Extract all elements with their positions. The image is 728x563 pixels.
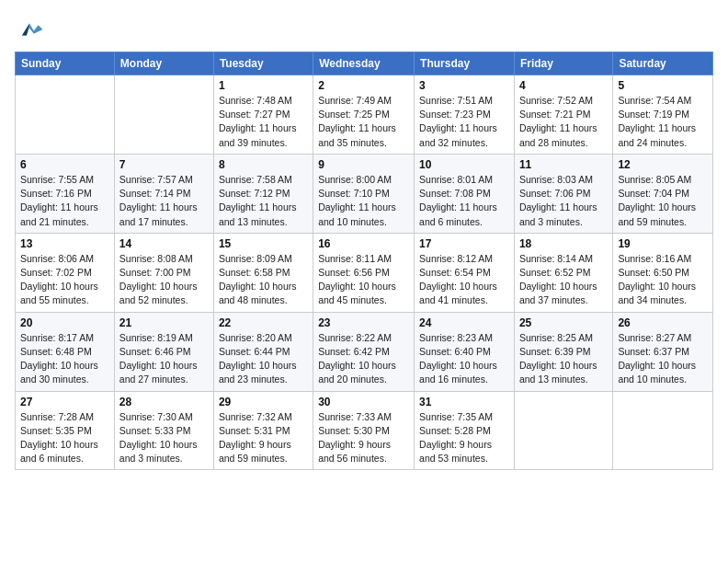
day-detail: Sunrise: 7:54 AMSunset: 7:19 PMDaylight:… <box>618 94 708 150</box>
day-detail: Sunrise: 7:52 AMSunset: 7:21 PMDaylight:… <box>519 94 608 150</box>
day-number: 12 <box>618 158 708 171</box>
day-detail: Sunrise: 8:23 AMSunset: 6:40 PMDaylight:… <box>419 331 509 387</box>
day-number: 18 <box>519 237 608 250</box>
day-detail: Sunrise: 7:30 AMSunset: 5:33 PMDaylight:… <box>119 410 209 466</box>
calendar-cell: 6Sunrise: 7:55 AMSunset: 7:16 PMDaylight… <box>16 154 115 233</box>
day-number: 22 <box>219 316 308 329</box>
day-number: 1 <box>219 79 308 92</box>
calendar-cell: 8Sunrise: 7:58 AMSunset: 7:12 PMDaylight… <box>213 154 313 233</box>
day-detail: Sunrise: 8:00 AMSunset: 7:10 PMDaylight:… <box>318 173 409 229</box>
weekday-monday: Monday <box>114 52 213 75</box>
day-number: 2 <box>318 79 409 92</box>
calendar-cell <box>613 391 713 470</box>
page: SundayMondayTuesdayWednesdayThursdayFrid… <box>0 0 728 563</box>
day-detail: Sunrise: 7:48 AMSunset: 7:27 PMDaylight:… <box>219 94 308 150</box>
day-detail: Sunrise: 8:03 AMSunset: 7:06 PMDaylight:… <box>519 173 608 229</box>
day-detail: Sunrise: 7:58 AMSunset: 7:12 PMDaylight:… <box>219 173 308 229</box>
day-number: 3 <box>419 79 509 92</box>
day-detail: Sunrise: 7:49 AMSunset: 7:25 PMDaylight:… <box>318 94 409 150</box>
day-number: 24 <box>419 316 509 329</box>
day-number: 30 <box>318 396 409 408</box>
day-detail: Sunrise: 8:19 AMSunset: 6:46 PMDaylight:… <box>119 331 209 387</box>
calendar-cell: 2Sunrise: 7:49 AMSunset: 7:25 PMDaylight… <box>313 75 415 155</box>
day-number: 19 <box>618 237 708 250</box>
calendar-cell: 12Sunrise: 8:05 AMSunset: 7:04 PMDayligh… <box>613 154 713 233</box>
calendar-cell: 7Sunrise: 7:57 AMSunset: 7:14 PMDaylight… <box>114 154 213 233</box>
week-row-1: 1Sunrise: 7:48 AMSunset: 7:27 PMDaylight… <box>16 75 713 155</box>
calendar-cell: 23Sunrise: 8:22 AMSunset: 6:42 PMDayligh… <box>313 312 415 391</box>
day-number: 15 <box>219 237 308 250</box>
day-number: 7 <box>119 158 209 171</box>
day-detail: Sunrise: 8:09 AMSunset: 6:58 PMDaylight:… <box>219 252 308 308</box>
calendar-cell: 11Sunrise: 8:03 AMSunset: 7:06 PMDayligh… <box>514 154 612 233</box>
day-number: 17 <box>419 237 509 250</box>
calendar-cell: 16Sunrise: 8:11 AMSunset: 6:56 PMDayligh… <box>313 233 415 312</box>
day-number: 28 <box>119 396 209 408</box>
day-detail: Sunrise: 8:08 AMSunset: 7:00 PMDaylight:… <box>119 252 209 308</box>
calendar-cell: 28Sunrise: 7:30 AMSunset: 5:33 PMDayligh… <box>114 391 213 470</box>
day-detail: Sunrise: 7:51 AMSunset: 7:23 PMDaylight:… <box>419 94 509 150</box>
calendar-cell: 9Sunrise: 8:00 AMSunset: 7:10 PMDaylight… <box>313 154 415 233</box>
day-number: 16 <box>318 237 409 250</box>
calendar-cell: 10Sunrise: 8:01 AMSunset: 7:08 PMDayligh… <box>415 154 515 233</box>
weekday-tuesday: Tuesday <box>213 52 313 75</box>
week-row-4: 20Sunrise: 8:17 AMSunset: 6:48 PMDayligh… <box>16 312 713 391</box>
calendar-cell: 5Sunrise: 7:54 AMSunset: 7:19 PMDaylight… <box>613 75 713 155</box>
day-detail: Sunrise: 8:14 AMSunset: 6:52 PMDaylight:… <box>519 252 608 308</box>
day-detail: Sunrise: 7:33 AMSunset: 5:30 PMDaylight:… <box>318 410 409 466</box>
calendar-cell: 22Sunrise: 8:20 AMSunset: 6:44 PMDayligh… <box>213 312 313 391</box>
calendar-cell <box>514 391 612 470</box>
day-number: 26 <box>618 316 708 329</box>
day-number: 9 <box>318 158 409 171</box>
header <box>15 15 713 44</box>
calendar-cell: 3Sunrise: 7:51 AMSunset: 7:23 PMDaylight… <box>415 75 515 155</box>
calendar-cell: 31Sunrise: 7:35 AMSunset: 5:28 PMDayligh… <box>415 391 515 470</box>
calendar-cell: 30Sunrise: 7:33 AMSunset: 5:30 PMDayligh… <box>313 391 415 470</box>
calendar-cell: 15Sunrise: 8:09 AMSunset: 6:58 PMDayligh… <box>213 233 313 312</box>
calendar-cell: 27Sunrise: 7:28 AMSunset: 5:35 PMDayligh… <box>16 391 115 470</box>
calendar-cell <box>16 75 115 155</box>
week-row-3: 13Sunrise: 8:06 AMSunset: 7:02 PMDayligh… <box>16 233 713 312</box>
day-number: 6 <box>20 158 109 171</box>
day-detail: Sunrise: 7:32 AMSunset: 5:31 PMDaylight:… <box>219 410 308 466</box>
day-number: 8 <box>219 158 308 171</box>
day-detail: Sunrise: 7:55 AMSunset: 7:16 PMDaylight:… <box>20 173 109 229</box>
day-detail: Sunrise: 8:25 AMSunset: 6:39 PMDaylight:… <box>519 331 608 387</box>
day-detail: Sunrise: 7:28 AMSunset: 5:35 PMDaylight:… <box>20 410 109 466</box>
day-detail: Sunrise: 8:12 AMSunset: 6:54 PMDaylight:… <box>419 252 509 308</box>
weekday-saturday: Saturday <box>613 52 713 75</box>
day-number: 4 <box>519 79 608 92</box>
day-detail: Sunrise: 8:06 AMSunset: 7:02 PMDaylight:… <box>20 252 109 308</box>
calendar-cell: 17Sunrise: 8:12 AMSunset: 6:54 PMDayligh… <box>415 233 515 312</box>
calendar-cell: 13Sunrise: 8:06 AMSunset: 7:02 PMDayligh… <box>16 233 115 312</box>
week-row-5: 27Sunrise: 7:28 AMSunset: 5:35 PMDayligh… <box>16 391 713 470</box>
day-number: 11 <box>519 158 608 171</box>
weekday-thursday: Thursday <box>415 52 515 75</box>
day-detail: Sunrise: 7:57 AMSunset: 7:14 PMDaylight:… <box>119 173 209 229</box>
day-number: 21 <box>119 316 209 329</box>
calendar-body: 1Sunrise: 7:48 AMSunset: 7:27 PMDaylight… <box>16 75 713 470</box>
calendar-cell: 21Sunrise: 8:19 AMSunset: 6:46 PMDayligh… <box>114 312 213 391</box>
calendar-cell: 14Sunrise: 8:08 AMSunset: 7:00 PMDayligh… <box>114 233 213 312</box>
calendar-cell <box>114 75 213 155</box>
day-number: 29 <box>219 396 308 408</box>
logo <box>15 15 48 44</box>
day-number: 10 <box>419 158 509 171</box>
weekday-friday: Friday <box>514 52 612 75</box>
day-number: 31 <box>419 396 509 408</box>
day-number: 20 <box>20 316 109 329</box>
day-detail: Sunrise: 8:16 AMSunset: 6:50 PMDaylight:… <box>618 252 708 308</box>
weekday-header-row: SundayMondayTuesdayWednesdayThursdayFrid… <box>16 52 713 75</box>
calendar-cell: 26Sunrise: 8:27 AMSunset: 6:37 PMDayligh… <box>613 312 713 391</box>
day-number: 25 <box>519 316 608 329</box>
calendar-cell: 18Sunrise: 8:14 AMSunset: 6:52 PMDayligh… <box>514 233 612 312</box>
day-number: 23 <box>318 316 409 329</box>
day-number: 13 <box>20 237 109 250</box>
calendar-cell: 24Sunrise: 8:23 AMSunset: 6:40 PMDayligh… <box>415 312 515 391</box>
calendar-cell: 29Sunrise: 7:32 AMSunset: 5:31 PMDayligh… <box>213 391 313 470</box>
calendar-cell: 4Sunrise: 7:52 AMSunset: 7:21 PMDaylight… <box>514 75 612 155</box>
weekday-wednesday: Wednesday <box>313 52 415 75</box>
calendar-cell: 25Sunrise: 8:25 AMSunset: 6:39 PMDayligh… <box>514 312 612 391</box>
calendar-cell: 1Sunrise: 7:48 AMSunset: 7:27 PMDaylight… <box>213 75 313 155</box>
calendar-cell: 20Sunrise: 8:17 AMSunset: 6:48 PMDayligh… <box>16 312 115 391</box>
